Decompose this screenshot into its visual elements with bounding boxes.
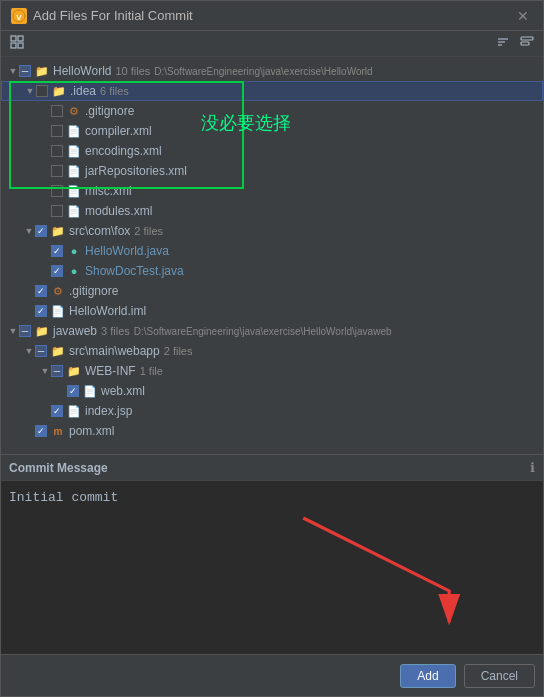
label-web-inf: WEB-INF [85,364,136,378]
label-idea: .idea [70,84,96,98]
svg-rect-2 [11,36,16,41]
add-files-dialog: V Add Files For Initial Commit ✕ [0,0,544,697]
sort-button[interactable] [493,34,513,53]
folder-icon-idea: 📁 [51,84,67,98]
label-src-main-webapp: src\main\webapp [69,344,160,358]
title-bar-left: V Add Files For Initial Commit [11,8,193,24]
commit-header: Commit Message ℹ [1,455,543,481]
label-src-com-fox: src\com\fox [69,224,130,238]
arrow-src-main-webapp: ▼ [23,346,35,356]
tree-item-jar-xml[interactable]: 📄 jarRepositories.xml [1,161,543,181]
folder-icon-helloworld: 📁 [34,64,50,78]
label-jar: jarRepositories.xml [85,164,187,178]
svg-rect-5 [18,43,23,48]
tree-item-misc-xml[interactable]: 📄 misc.xml [1,181,543,201]
checkbox-src-com-fox[interactable]: ✓ [35,225,47,237]
label-index-jsp: index.jsp [85,404,132,418]
file-tree: ▼ ─ 📁 HelloWorld 10 files D:\SoftwareEng… [1,57,543,454]
toolbar [1,31,543,57]
xml-icon-misc: 📄 [66,184,82,198]
close-button[interactable]: ✕ [513,8,533,24]
checkbox-helloworld[interactable]: ─ [19,65,31,77]
cancel-button[interactable]: Cancel [464,664,535,688]
xml-icon-jar: 📄 [66,164,82,178]
tree-item-showdoctest-java[interactable]: ✓ ● ShowDocTest.java [1,261,543,281]
tree-item-gitignore1[interactable]: ⚙ .gitignore [1,101,543,121]
label-javaweb: javaweb [53,324,97,338]
checkbox-misc[interactable] [51,185,63,197]
java-icon-sdt: ● [66,264,82,278]
expand-all-button[interactable] [7,34,27,53]
count-src-com-fox: 2 files [134,225,163,237]
checkbox-gitignore1[interactable] [51,105,63,117]
tree-item-index-jsp[interactable]: ✓ 📄 index.jsp [1,401,543,421]
tree-item-src-main-webapp[interactable]: ▼ ─ 📁 src\main\webapp 2 files [1,341,543,361]
tree-item-javaweb[interactable]: ▼ ─ 📁 javaweb 3 files D:\SoftwareEnginee… [1,321,543,341]
arrow-web-inf: ▼ [39,366,51,376]
checkbox-idea[interactable] [36,85,48,97]
xml-icon-modules: 📄 [66,204,82,218]
label-helloworld: HelloWorld [53,64,111,78]
count-idea: 6 files [100,85,129,97]
checkbox-encodings[interactable] [51,145,63,157]
label-pom-xml: pom.xml [69,424,114,438]
dialog-title: Add Files For Initial Commit [33,8,193,23]
tree-item-pom-xml[interactable]: ✓ m pom.xml [1,421,543,441]
path-javaweb: D:\SoftwareEngineering\java\exercise\Hel… [134,326,392,337]
pom-icon: m [50,424,66,438]
svg-rect-9 [521,37,533,40]
tree-item-web-inf[interactable]: ▼ ─ 📁 WEB-INF 1 file [1,361,543,381]
checkbox-src-main-webapp[interactable]: ─ [35,345,47,357]
folder-icon-src: 📁 [50,224,66,238]
tree-item-helloworld[interactable]: ▼ ─ 📁 HelloWorld 10 files D:\SoftwareEng… [1,61,543,81]
tree-item-web-xml[interactable]: ✓ 📄 web.xml [1,381,543,401]
commit-section: Commit Message ℹ Initial commit [1,454,543,654]
path-helloworld: D:\SoftwareEngineering\java\exercise\Hel… [154,66,372,77]
info-icon[interactable]: ℹ [530,460,535,475]
checkbox-javaweb[interactable]: ─ [19,325,31,337]
gitignore-icon-2: ⚙ [50,284,66,298]
tree-item-compiler-xml[interactable]: 📄 compiler.xml [1,121,543,141]
jsp-icon: 📄 [66,404,82,418]
checkbox-sdt-java[interactable]: ✓ [51,265,63,277]
svg-rect-4 [11,43,16,48]
group-button[interactable] [517,34,537,53]
checkbox-pom-xml[interactable]: ✓ [35,425,47,437]
arrow-src-com-fox: ▼ [23,226,35,236]
commit-wrapper: Initial commit [1,481,543,654]
svg-rect-3 [18,36,23,41]
label-modules: modules.xml [85,204,152,218]
iml-icon: 📄 [50,304,66,318]
gitignore-icon-1: ⚙ [66,104,82,118]
checkbox-hw-java[interactable]: ✓ [51,245,63,257]
label-helloworld-java: HelloWorld.java [85,244,169,258]
tree-item-helloworld-java[interactable]: ✓ ● HelloWorld.java [1,241,543,261]
label-encodings: encodings.xml [85,144,162,158]
checkbox-iml[interactable]: ✓ [35,305,47,317]
add-button[interactable]: Add [400,664,455,688]
tree-item-helloworld-iml[interactable]: ✓ 📄 HelloWorld.iml [1,301,543,321]
commit-header-label: Commit Message [9,461,108,475]
tree-item-modules-xml[interactable]: 📄 modules.xml [1,201,543,221]
commit-message-input[interactable]: Initial commit [1,481,543,654]
java-icon-hw: ● [66,244,82,258]
tree-item-idea[interactable]: ▼ 📁 .idea 6 files [1,81,543,101]
checkbox-web-inf[interactable]: ─ [51,365,63,377]
checkbox-index-jsp[interactable]: ✓ [51,405,63,417]
tree-item-encodings-xml[interactable]: 📄 encodings.xml [1,141,543,161]
xml-icon-encodings: 📄 [66,144,82,158]
checkbox-modules[interactable] [51,205,63,217]
checkbox-jar[interactable] [51,165,63,177]
checkbox-gitignore2[interactable]: ✓ [35,285,47,297]
count-webinf: 1 file [140,365,163,377]
title-bar: V Add Files For Initial Commit ✕ [1,1,543,31]
checkbox-web-xml[interactable]: ✓ [67,385,79,397]
file-tree-container[interactable]: ▼ ─ 📁 HelloWorld 10 files D:\SoftwareEng… [1,57,543,454]
button-bar: Add Cancel [1,654,543,696]
count-helloworld: 10 files [115,65,150,77]
arrow-idea: ▼ [24,86,36,96]
folder-icon-webapp: 📁 [50,344,66,358]
tree-item-gitignore2[interactable]: ✓ ⚙ .gitignore [1,281,543,301]
tree-item-src-com-fox[interactable]: ▼ ✓ 📁 src\com\fox 2 files [1,221,543,241]
checkbox-compiler[interactable] [51,125,63,137]
